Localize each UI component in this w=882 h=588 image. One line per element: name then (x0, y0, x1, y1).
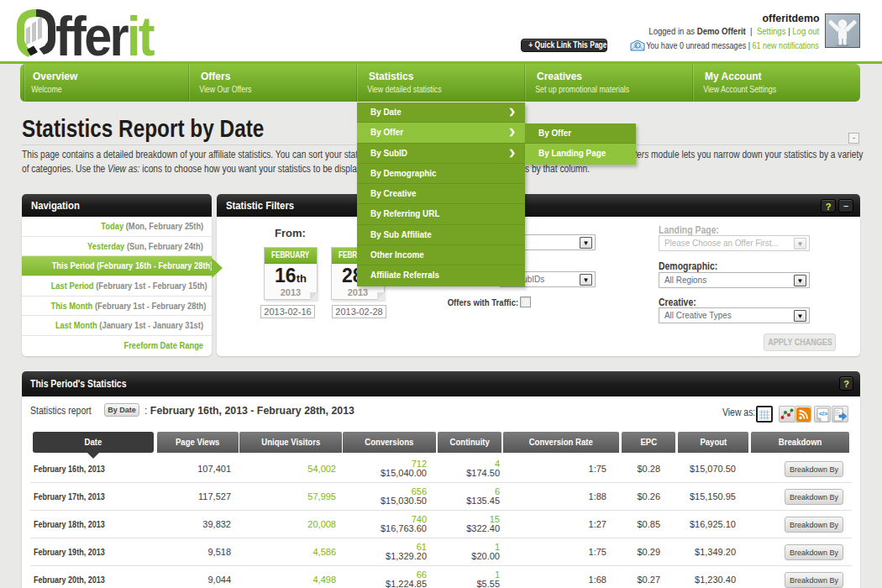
svg-text:</>: </> (819, 411, 827, 417)
